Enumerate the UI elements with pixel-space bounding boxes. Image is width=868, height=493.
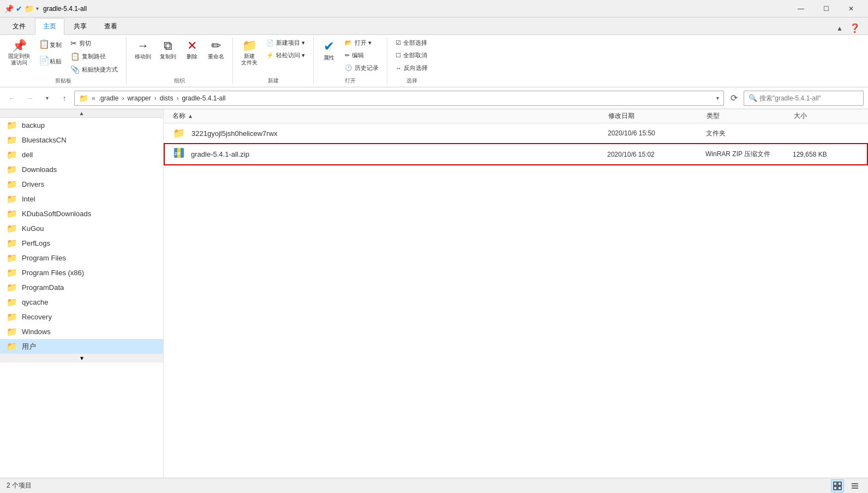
sidebar-label-intel: Intel bbox=[22, 195, 35, 203]
close-button[interactable]: ✕ bbox=[839, 0, 864, 17]
grid-view-button[interactable] bbox=[831, 479, 844, 492]
organize-content: → 移动到 ⧉ 复制到 ✕ 删除 ✏ 重命名 bbox=[131, 37, 228, 76]
sidebar-item-kdubasoftdownloads[interactable]: 📁 KDubaSoftDownloads bbox=[0, 206, 163, 221]
svg-rect-4 bbox=[838, 482, 841, 485]
sidebar-item-dell[interactable]: 📁 dell bbox=[0, 147, 163, 162]
search-input[interactable] bbox=[759, 94, 859, 102]
sidebar-scroll-up[interactable]: ▲ bbox=[0, 109, 163, 118]
select-all-button[interactable]: ☑ 全部选择 bbox=[392, 37, 432, 49]
minimize-button[interactable]: — bbox=[788, 0, 813, 17]
file-row-folder[interactable]: 📁 3221gyojl5jsh0helicew7rwx 2020/10/6 15… bbox=[164, 123, 868, 143]
pin-to-quick-access-button[interactable]: 📌 固定到快速访问 bbox=[4, 37, 34, 69]
move-to-button[interactable]: → 移动到 bbox=[131, 37, 155, 63]
forward-button[interactable]: → bbox=[22, 91, 37, 106]
ribbon-group-clipboard: 📌 固定到快速访问 📋 复制 📄 粘贴 ✂ 剪切 📋 bbox=[0, 37, 127, 85]
sidebar-item-downloads[interactable]: 📁 Downloads bbox=[0, 162, 163, 177]
file-list-header[interactable]: 名称 ▲ 修改日期 类型 大小 bbox=[164, 109, 868, 123]
sidebar-item-intel[interactable]: 📁 Intel bbox=[0, 192, 163, 206]
ribbon-help-area: ▲ ❓ bbox=[834, 22, 868, 34]
up-button[interactable]: ↑ bbox=[57, 91, 72, 106]
easy-access-icon: ⚡ bbox=[266, 52, 274, 59]
col-header-type[interactable]: 类型 bbox=[707, 111, 794, 121]
sidebar-item-bluestackscn[interactable]: 📁 BluestacksCN bbox=[0, 133, 163, 147]
col-header-name[interactable]: 名称 ▲ bbox=[172, 111, 608, 121]
copy-to-button[interactable]: ⧉ 复制到 bbox=[156, 37, 180, 63]
file-size-1: 129,658 KB bbox=[793, 151, 858, 158]
invert-label: 反向选择 bbox=[404, 64, 428, 72]
sidebar: ▲ 📁 backup 📁 BluestacksCN 📁 dell 📁 Downl… bbox=[0, 109, 164, 478]
sidebar-item-kugou[interactable]: 📁 KuGou bbox=[0, 221, 163, 236]
tab-file[interactable]: 文件 bbox=[4, 18, 34, 34]
col-header-size[interactable]: 大小 bbox=[794, 111, 859, 121]
file-row-zip[interactable]: ZIP gradle-5.4.1-all.zip 2020/10/6 15:02… bbox=[164, 143, 868, 165]
rename-button[interactable]: ✏ 重命名 bbox=[204, 37, 228, 63]
search-icon: 🔍 bbox=[749, 94, 757, 102]
path-sep-1: › bbox=[122, 94, 124, 102]
maximize-button[interactable]: ☐ bbox=[813, 0, 839, 17]
ribbon-group-select: ☑ 全部选择 ☐ 全部取消 ↔ 反向选择 选择 bbox=[387, 37, 436, 85]
sidebar-item-recovery[interactable]: 📁 Recovery bbox=[0, 310, 163, 324]
ribbon-group-open: ✔ 属性 📂 打开 ▾ ✏ 编辑 🕐 历史记录 打开 bbox=[314, 37, 387, 85]
delete-button[interactable]: ✕ 删除 bbox=[181, 37, 203, 63]
title-bar: 📌 ✔ 📁 ▾ gradle-5.4.1-all — ☐ ✕ bbox=[0, 0, 868, 17]
folder-file-icon-0: 📁 bbox=[173, 127, 185, 139]
easy-access-button[interactable]: ⚡ 轻松访问 ▾ bbox=[262, 50, 309, 61]
tab-share[interactable]: 共享 bbox=[65, 18, 95, 34]
path-sep-3: › bbox=[176, 94, 178, 102]
svg-rect-5 bbox=[834, 486, 837, 490]
help-button[interactable]: ❓ bbox=[846, 22, 864, 34]
col-name-label: 名称 bbox=[172, 111, 185, 121]
new-item-button[interactable]: 📄 新建项目 ▾ bbox=[262, 37, 309, 49]
properties-button[interactable]: ✔ 属性 bbox=[318, 37, 340, 64]
sidebar-item-programdata[interactable]: 📁 ProgramData bbox=[0, 280, 163, 295]
paste-shortcut-button[interactable]: 📎 粘贴快捷方式 bbox=[67, 63, 122, 75]
sidebar-item-perflogs[interactable]: 📁 PerfLogs bbox=[0, 236, 163, 251]
address-path[interactable]: 📁 « .gradle › wrapper › dists › gradle-5… bbox=[74, 91, 724, 106]
sidebar-item-qycache[interactable]: 📁 qycache bbox=[0, 295, 163, 310]
sidebar-item-users[interactable]: 📁 用户 bbox=[0, 339, 163, 354]
sidebar-item-programfiles[interactable]: 📁 Program Files bbox=[0, 251, 163, 265]
sidebar-item-drivers[interactable]: 📁 Drivers bbox=[0, 177, 163, 192]
path-segment-gradle[interactable]: .gradle bbox=[99, 94, 119, 102]
deselect-all-button[interactable]: ☐ 全部取消 bbox=[392, 50, 432, 61]
rename-icon: ✏ bbox=[211, 40, 221, 52]
new-folder-button[interactable]: 📁 新建文件夹 bbox=[237, 37, 261, 69]
col-header-date[interactable]: 修改日期 bbox=[608, 111, 707, 121]
sidebar-scroll-down[interactable]: ▾ bbox=[0, 354, 163, 363]
sidebar-item-windows[interactable]: 📁 Windows bbox=[0, 324, 163, 339]
path-segment-current[interactable]: gradle-5.4.1-all bbox=[182, 94, 225, 102]
refresh-button[interactable]: ⟳ bbox=[726, 91, 741, 106]
copy-button[interactable]: 📋 复制 bbox=[35, 37, 65, 52]
search-box[interactable]: 🔍 bbox=[744, 91, 864, 106]
path-segment-wrapper[interactable]: wrapper bbox=[127, 94, 151, 102]
copy-path-button[interactable]: 📋 复制路径 bbox=[67, 50, 122, 62]
open-label: 打开 bbox=[345, 77, 356, 85]
open-icon: 📂 bbox=[345, 39, 352, 46]
back-button[interactable]: ← bbox=[4, 91, 20, 106]
tab-home[interactable]: 主页 bbox=[35, 18, 64, 35]
folder-icon-recovery: 📁 bbox=[7, 312, 17, 322]
path-dropdown-icon[interactable]: ▾ bbox=[716, 95, 719, 101]
paste-button[interactable]: 📄 粘贴 bbox=[35, 54, 65, 69]
open-button[interactable]: 📂 打开 ▾ bbox=[341, 37, 382, 49]
move-icon: → bbox=[137, 40, 149, 52]
folder-icon-drivers: 📁 bbox=[7, 179, 17, 189]
tab-view[interactable]: 查看 bbox=[96, 18, 125, 34]
list-view-button[interactable] bbox=[848, 479, 861, 492]
sidebar-item-programfilesx86[interactable]: 📁 Program Files (x86) bbox=[0, 265, 163, 280]
edit-button[interactable]: ✏ 编辑 bbox=[341, 50, 382, 61]
dropdown-arrow-icon: ▾ bbox=[36, 5, 39, 11]
ribbon-collapse-button[interactable]: ▲ bbox=[834, 23, 845, 33]
path-separator-0: « bbox=[92, 94, 95, 102]
new-content: 📁 新建文件夹 📄 新建项目 ▾ ⚡ 轻松访问 ▾ bbox=[237, 37, 309, 76]
clipboard-label: 剪贴板 bbox=[55, 77, 71, 85]
recent-locations-button[interactable]: ▾ bbox=[39, 91, 55, 106]
select-content: ☑ 全部选择 ☐ 全部取消 ↔ 反向选择 bbox=[392, 37, 432, 76]
file-type-1: WinRAR ZIP 压缩文件 bbox=[705, 150, 793, 159]
path-segment-dists[interactable]: dists bbox=[160, 94, 173, 102]
cut-button[interactable]: ✂ 剪切 bbox=[67, 37, 122, 49]
invert-selection-button[interactable]: ↔ 反向选择 bbox=[392, 62, 432, 74]
sidebar-item-backup[interactable]: 📁 backup bbox=[0, 118, 163, 133]
history-button[interactable]: 🕐 历史记录 bbox=[341, 62, 382, 74]
copy-path-icon: 📋 bbox=[70, 52, 80, 61]
